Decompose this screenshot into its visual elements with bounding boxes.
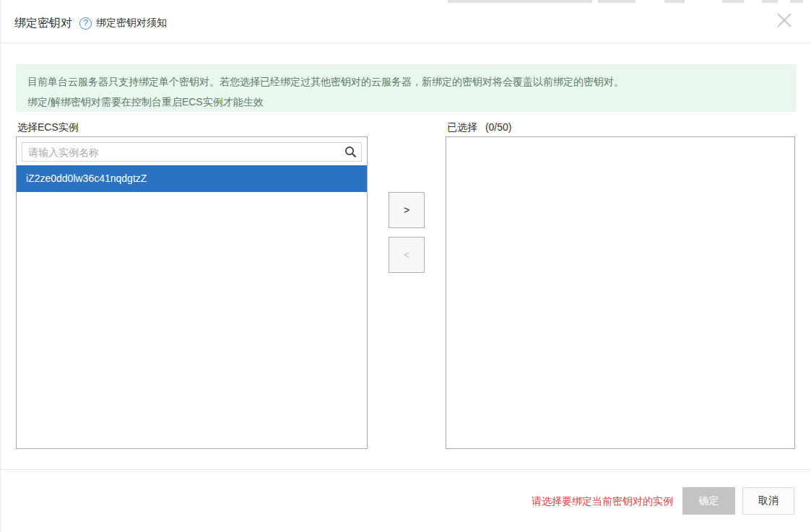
target-panel-label: 已选择 <box>447 121 477 133</box>
instance-search-input[interactable] <box>22 142 362 162</box>
notice-banner: 目前单台云服务器只支持绑定单个密钥对。若您选择已经绑定过其他密钥对的云服务器，新… <box>16 64 797 112</box>
close-icon <box>775 11 794 30</box>
background-page-fragment <box>448 0 592 3</box>
background-page-fragment <box>762 0 778 3</box>
confirm-button[interactable]: 确定 <box>682 487 735 515</box>
footer-warning-text: 请选择要绑定当前密钥对的实例 <box>532 495 673 508</box>
target-selected-count: (0/50) <box>485 121 512 133</box>
list-item-instance[interactable]: iZ2ze0dd0lw36c41nqdgtzZ <box>17 165 367 192</box>
close-button[interactable] <box>773 9 795 31</box>
background-page-fragment <box>664 0 685 3</box>
question-circle-icon[interactable]: ? <box>79 17 92 30</box>
source-panel-label: 选择ECS实例 <box>17 121 79 134</box>
search-icon[interactable] <box>344 146 357 161</box>
background-page-fragment <box>790 0 803 3</box>
source-panel: iZ2ze0dd0lw36c41nqdgtzZ <box>16 136 368 449</box>
modal-left-edge <box>0 0 1 532</box>
keypair-notice-link[interactable]: 绑定密钥对须知 <box>96 17 167 30</box>
target-panel-label-wrap: 已选择 (0/50) <box>447 121 511 134</box>
dialog-header: 绑定密钥对 ? 绑定密钥对须知 <box>0 4 811 43</box>
cancel-button[interactable]: 取消 <box>742 487 794 515</box>
notice-line-2: 绑定/解绑密钥对需要在控制台重启ECS实例才能生效 <box>27 92 785 112</box>
background-page-fragment <box>722 0 744 3</box>
target-panel <box>446 136 795 449</box>
move-right-button[interactable]: > <box>389 192 425 228</box>
notice-line-1: 目前单台云服务器只支持绑定单个密钥对。若您选择已经绑定过其他密钥对的云服务器，新… <box>27 71 785 92</box>
dialog-title: 绑定密钥对 <box>14 16 72 31</box>
bind-keypair-dialog: 绑定密钥对 ? 绑定密钥对须知 目前单台云服务器只支持绑定单个密钥对。若您选择已… <box>0 0 811 532</box>
instance-search <box>22 142 362 162</box>
move-left-button[interactable]: < <box>389 237 425 273</box>
footer-divider <box>0 469 811 470</box>
background-page-fragment <box>598 0 636 3</box>
